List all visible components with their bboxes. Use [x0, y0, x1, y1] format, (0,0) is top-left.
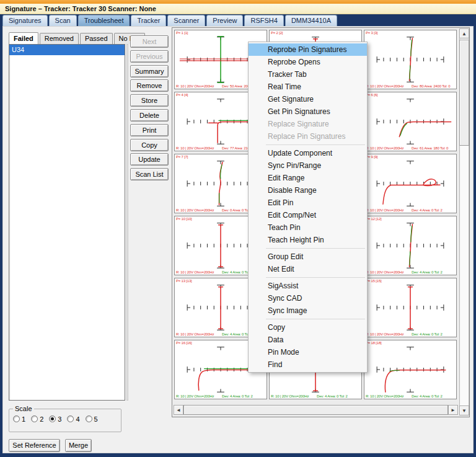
- horizontal-scrollbar-thumb[interactable]: [183, 405, 448, 415]
- pin-label: P= 10 [10]: [176, 217, 192, 221]
- previous-button: Previous: [130, 50, 169, 63]
- menu-item-update-component[interactable]: Update Component: [249, 147, 367, 159]
- signature-cell-pin-6[interactable]: P= 6 [6]R: 10 | 20V Ohm=200HzDev: 61 Are…: [364, 92, 457, 151]
- menu-item-sync-pin-range[interactable]: Sync Pin/Range: [249, 159, 367, 172]
- scale-radio-row: 12345: [13, 414, 121, 425]
- range-label: R: 10 | 20V Ohm=200Hz: [176, 332, 214, 336]
- signature-cell-pin-3[interactable]: P= 3 [3]R: 10 | 20V Ohm=200HzDev: 80 Are…: [364, 30, 457, 89]
- scale-radio-label: 1: [22, 415, 25, 423]
- tab-scan[interactable]: Scan: [49, 15, 77, 26]
- pin-label: P= 12 [12]: [366, 217, 382, 221]
- scale-radio-2[interactable]: 2: [31, 415, 43, 423]
- scroll-down-icon[interactable]: ▼: [459, 406, 469, 415]
- menu-item-reprobe-pin-signatures[interactable]: Reprobe Pin Signatures: [249, 43, 367, 56]
- menu-item-net-edit[interactable]: Net Edit: [249, 263, 367, 275]
- menu-item-reprobe-opens[interactable]: Reprobe Opens: [249, 56, 367, 68]
- menu-separator: [266, 144, 365, 145]
- filter-tab-failed[interactable]: Failed: [9, 32, 38, 44]
- radio-circle-icon: [13, 415, 20, 422]
- tab-signatures[interactable]: Signatures: [2, 15, 48, 26]
- menu-item-sync-image[interactable]: Sync Image: [249, 304, 367, 317]
- menu-item-data[interactable]: Data: [249, 334, 367, 346]
- menu-item-replace-pin-signatures: Replace Pin Signatures: [249, 130, 367, 143]
- range-label: R: 10 | 20V Ohm=200Hz: [176, 208, 214, 212]
- tab-dmm34410a[interactable]: DMM34410A: [285, 15, 337, 26]
- menu-item-edit-range[interactable]: Edit Range: [249, 172, 367, 184]
- component-list[interactable]: U34: [9, 44, 125, 401]
- menu-item-group-edit[interactable]: Group Edit: [249, 251, 367, 263]
- range-label: R: 10 | 20V Ohm=200Hz: [176, 146, 214, 150]
- scale-radio-3[interactable]: 3: [49, 415, 61, 423]
- scale-group: Scale 12345: [9, 405, 121, 432]
- scan-list-button[interactable]: Scan List: [130, 168, 169, 180]
- range-label: R: 10 | 20V Ohm=200Hz: [176, 270, 214, 274]
- vertical-scrollbar-thumb[interactable]: [459, 40, 469, 146]
- deviation-label: Dev: 4 Area: 0 Tol: 2: [412, 208, 443, 212]
- pin-label: P= 13 [13]: [176, 279, 192, 283]
- menu-item-edit-comp-net[interactable]: Edit Comp/Net: [249, 209, 367, 221]
- set-reference-button[interactable]: Set Reference: [9, 439, 60, 452]
- menu-item-get-signature[interactable]: Get Signature: [249, 93, 367, 105]
- scale-radio-1[interactable]: 1: [13, 415, 25, 423]
- scale-radio-label: 2: [40, 415, 43, 423]
- scroll-left-icon[interactable]: ◄: [174, 405, 183, 415]
- menu-item-pin-mode[interactable]: Pin Mode: [249, 346, 367, 358]
- menu-item-sigassist[interactable]: SigAssist: [249, 280, 367, 292]
- menu-item-copy[interactable]: Copy: [249, 321, 367, 334]
- pin-label: P= 2 [2]: [271, 31, 283, 35]
- pane-splitter[interactable]: [126, 44, 128, 401]
- window-titlebar: Signature – Tracker: Tracker 30 Scanner:…: [0, 4, 476, 14]
- menu-item-replace-signature: Replace Signature: [249, 118, 367, 130]
- scale-radio-label: 5: [94, 415, 98, 423]
- scale-radio-5[interactable]: 5: [86, 415, 98, 423]
- summary-button[interactable]: Summary: [130, 65, 169, 78]
- list-item-u34[interactable]: U34: [9, 45, 125, 55]
- scale-radio-label: 4: [76, 415, 79, 423]
- signature-cell-pin-18[interactable]: P= 18 [18]R: 10 | 20V Ohm=200HzDev: 4 Ar…: [364, 340, 457, 399]
- result-filter-tabs: FailedRemovedPassedNo Ref: [9, 33, 146, 44]
- menu-item-edit-pin[interactable]: Edit Pin: [249, 197, 367, 209]
- scroll-up-icon[interactable]: ▲: [459, 29, 469, 38]
- menu-item-find[interactable]: Find: [249, 358, 367, 371]
- signature-cell-pin-12[interactable]: P= 12 [12]R: 10 | 20V Ohm=200HzDev: 4 Ar…: [364, 216, 457, 275]
- menu-item-teach-height-pin[interactable]: Teach Height Pin: [249, 234, 367, 246]
- scale-legend: Scale: [13, 405, 34, 412]
- scroll-right-icon[interactable]: ►: [448, 405, 458, 415]
- menu-item-tracker-tab[interactable]: Tracker Tab: [249, 68, 367, 81]
- signature-cell-pin-9[interactable]: P= 9 [9]R: 10 | 20V Ohm=200HzDev: 4 Area…: [364, 154, 457, 213]
- range-label: R: 10 | 20V Ohm=200Hz: [271, 394, 309, 398]
- pin-label: P= 1 [1]: [176, 31, 188, 35]
- update-button[interactable]: Update: [130, 153, 169, 166]
- range-label: R: 10 | 20V Ohm=200Hz: [366, 394, 403, 398]
- print-button[interactable]: Print: [130, 124, 169, 136]
- range-label: R: 10 | 20V Ohm=200Hz: [366, 208, 403, 212]
- tab-preview[interactable]: Preview: [206, 15, 243, 26]
- store-button[interactable]: Store: [130, 94, 169, 107]
- range-label: R: 10 | 20V Ohm=200Hz: [176, 394, 214, 398]
- scale-radio-4[interactable]: 4: [67, 415, 79, 423]
- delete-button[interactable]: Delete: [130, 109, 169, 122]
- menu-item-teach-pin[interactable]: Teach Pin: [249, 221, 367, 234]
- tab-scanner[interactable]: Scanner: [167, 15, 205, 26]
- next-button: Next: [130, 35, 169, 48]
- signature-plot: [364, 278, 456, 337]
- merge-button[interactable]: Merge: [65, 439, 92, 452]
- menu-item-get-pin-signatures[interactable]: Get Pin Signatures: [249, 105, 367, 118]
- menu-item-real-time[interactable]: Real Time: [249, 81, 367, 93]
- tab-tracker[interactable]: Tracker: [131, 15, 166, 26]
- tab-troublesheet[interactable]: Troublesheet: [78, 15, 130, 26]
- deviation-label: Dev: 4 Area: 0 Tol: 2: [412, 394, 443, 398]
- filter-tab-passed[interactable]: Passed: [80, 33, 113, 44]
- main-tabbar: SignaturesScanTroublesheetTrackerScanner…: [2, 15, 338, 26]
- menu-item-disable-range[interactable]: Disable Range: [249, 184, 367, 197]
- menu-item-sync-cad[interactable]: Sync CAD: [249, 292, 367, 304]
- signature-plot: [364, 340, 456, 399]
- signature-cell-pin-15[interactable]: P= 15 [15]R: 10 | 20V Ohm=200HzDev: 4 Ar…: [364, 278, 457, 337]
- tab-rsfsh4[interactable]: RSFSH4: [244, 15, 283, 26]
- window-title: Signature – Tracker: Tracker 30 Scanner:…: [5, 5, 156, 12]
- filter-tab-removed[interactable]: Removed: [40, 33, 79, 44]
- signature-plot: [364, 92, 456, 151]
- copy-button[interactable]: Copy: [130, 139, 169, 151]
- remove-button[interactable]: Remove: [130, 79, 169, 92]
- radio-circle-icon: [86, 415, 92, 422]
